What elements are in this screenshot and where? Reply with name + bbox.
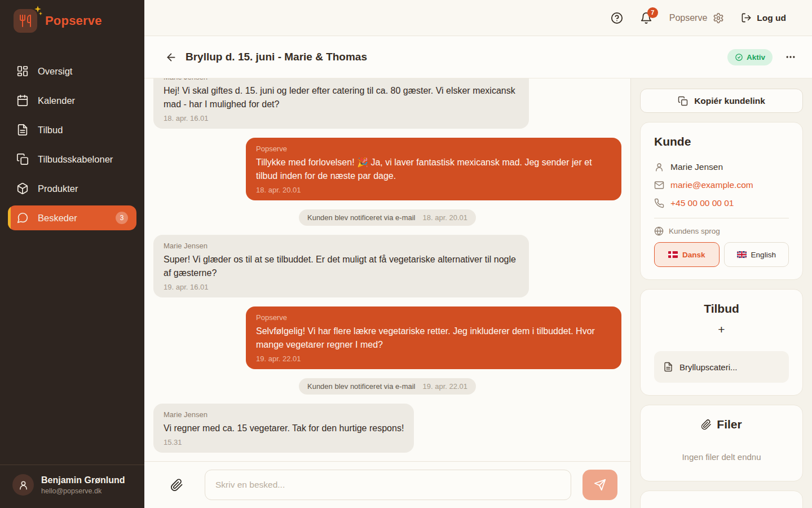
workspace-settings[interactable]: Popserve — [669, 12, 725, 24]
customer-name-row: Marie Jensen — [654, 162, 789, 172]
message-timestamp: 18. apr. 20.01 — [256, 185, 611, 195]
status-label: Aktiv — [747, 53, 765, 62]
system-notice: Kunden blev notificeret via e-mail 18. a… — [299, 209, 476, 226]
user-icon — [18, 480, 29, 491]
add-offer-button[interactable]: + — [718, 323, 725, 335]
attach-file-button[interactable] — [170, 479, 183, 492]
customer-card: Kunde Marie Jensen marie@example.com +45… — [640, 122, 803, 280]
message-timestamp: 19. apr. 16.01 — [164, 282, 519, 292]
message-sender: Popserve — [256, 313, 611, 322]
customer-language-label: Kundens sprog — [669, 227, 720, 235]
sidebar-item-label: Oversigt — [38, 66, 72, 77]
paperclip-icon — [701, 419, 712, 430]
sidebar-item-produkter[interactable]: Produkter — [8, 176, 136, 201]
message-customer: Marie Jensen Vi regner med ca. 15 vegeta… — [153, 404, 414, 453]
help-icon — [611, 12, 623, 24]
message-text: Vi regner med ca. 15 vegetarer. Tak for … — [164, 422, 404, 435]
logout-icon — [741, 12, 752, 23]
offer-file-name: Bryllupscateri... — [679, 362, 738, 372]
user-info: Benjamin Grønlund hello@popserve.dk — [41, 475, 125, 495]
customer-phone-link[interactable]: +45 00 00 00 01 — [670, 198, 734, 208]
gear-icon — [713, 12, 724, 24]
message-timestamp: 19. apr. 22.01 — [256, 354, 611, 364]
system-notice: Kunden blev notificeret via e-mail 19. a… — [299, 378, 476, 395]
copy-icon — [678, 96, 688, 106]
notifications-button[interactable]: 7 — [640, 12, 652, 24]
message-business: Popserve Selvfølgelig! Vi har flere lækr… — [246, 306, 621, 369]
logout-label: Log ud — [757, 13, 786, 23]
arrow-left-icon — [165, 51, 177, 63]
phone-icon — [654, 198, 664, 208]
message-sender: Popserve — [256, 144, 611, 154]
content-area: Marie Jensen Hej! Vi skal giftes d. 15. … — [144, 78, 812, 508]
calendar-icon — [16, 94, 29, 107]
message-list[interactable]: Marie Jensen Hej! Vi skal giftes d. 15. … — [144, 78, 630, 461]
files-empty-text: Ingen filer delt endnu — [654, 452, 789, 462]
sidebar-item-kalender[interactable]: Kalender — [8, 88, 136, 113]
language-toggle: Dansk English — [654, 242, 789, 267]
mail-icon — [654, 180, 664, 190]
sparkle-icon — [38, 11, 43, 16]
document-icon — [16, 124, 29, 136]
sidebar-item-label: Tilbud — [38, 125, 63, 135]
more-options-button[interactable] — [785, 51, 796, 63]
sidebar-item-label: Beskeder — [38, 213, 77, 224]
next-card-partial — [640, 491, 803, 508]
message-text: Hej! Vi skal giftes d. 15. juni og leder… — [164, 84, 519, 111]
message-customer: Marie Jensen Hej! Vi skal giftes d. 15. … — [153, 78, 529, 129]
check-circle-icon — [735, 53, 743, 62]
status-badge: Aktiv — [727, 49, 773, 65]
language-option-label: English — [751, 251, 776, 259]
files-card-header: Filer — [654, 418, 789, 431]
logout-button[interactable]: Log ud — [741, 12, 786, 23]
notification-count-badge: 7 — [647, 7, 658, 18]
brand-logo-icon — [14, 9, 37, 33]
sidebar-nav: Oversigt Kalender Tilbud Tilbudsskabelon… — [0, 59, 144, 230]
user-name: Benjamin Grønlund — [41, 475, 125, 485]
language-option-dansk[interactable]: Dansk — [654, 242, 720, 267]
message-sender: Marie Jensen — [164, 78, 519, 82]
chat-column: Marie Jensen Hej! Vi skal giftes d. 15. … — [144, 78, 631, 508]
unread-count-badge: 3 — [116, 212, 128, 224]
customer-language-label-row: Kundens sprog — [654, 226, 789, 236]
system-notice-text: Kunden blev notificeret via e-mail — [307, 382, 416, 391]
dashboard-grid-icon — [16, 65, 29, 77]
message-input[interactable] — [205, 470, 571, 500]
divider — [654, 218, 789, 218]
help-button[interactable] — [611, 12, 623, 24]
workspace-name: Popserve — [669, 13, 708, 23]
brand-logo-link[interactable]: Popserve — [0, 2, 144, 40]
message-text: Tillykke med forlovelsen! 🎉 Ja, vi laver… — [256, 156, 611, 183]
copy-customer-link-button[interactable]: Kopiér kundelink — [640, 89, 803, 113]
sidebar-item-label: Tilbudsskabeloner — [38, 154, 113, 165]
sidebar: Popserve Oversigt Kalender Tilbud Tilbud… — [0, 0, 144, 508]
package-icon — [16, 182, 29, 195]
sidebar-item-tilbudsskabeloner[interactable]: Tilbudsskabeloner — [8, 147, 136, 172]
language-option-english[interactable]: English — [724, 242, 789, 267]
main-area: 7 Popserve Log ud Bryllup d. 15. juni - … — [144, 0, 812, 508]
sidebar-item-beskeder[interactable]: Beskeder 3 — [8, 205, 136, 230]
send-button[interactable] — [582, 470, 617, 500]
sidebar-item-tilbud[interactable]: Tilbud — [8, 117, 136, 142]
system-notice-timestamp: 18. apr. 20.01 — [422, 213, 467, 222]
customer-name: Marie Jensen — [670, 162, 723, 172]
danish-flag-icon — [668, 251, 678, 258]
copy-customer-link-label: Kopiér kundelink — [694, 96, 765, 106]
user-profile: Benjamin Grønlund hello@popserve.dk — [0, 465, 144, 508]
offer-file-item[interactable]: Bryllupscateri... — [654, 351, 789, 383]
uk-flag-icon — [737, 251, 747, 258]
language-option-label: Dansk — [682, 251, 705, 259]
offers-card-title: Tilbud — [654, 302, 789, 316]
message-sender: Marie Jensen — [164, 410, 404, 419]
sidebar-item-oversigt[interactable]: Oversigt — [8, 59, 136, 84]
copy-icon — [16, 153, 29, 165]
message-timestamp: 15.31 — [164, 437, 404, 447]
send-icon — [594, 479, 606, 491]
user-icon — [654, 162, 664, 172]
back-button[interactable] — [165, 51, 177, 63]
brand-name: Popserve — [45, 14, 102, 28]
avatar — [12, 474, 34, 496]
user-email: hello@popserve.dk — [41, 487, 125, 495]
customer-email-link[interactable]: marie@example.com — [670, 180, 753, 190]
ellipsis-icon — [785, 51, 796, 63]
